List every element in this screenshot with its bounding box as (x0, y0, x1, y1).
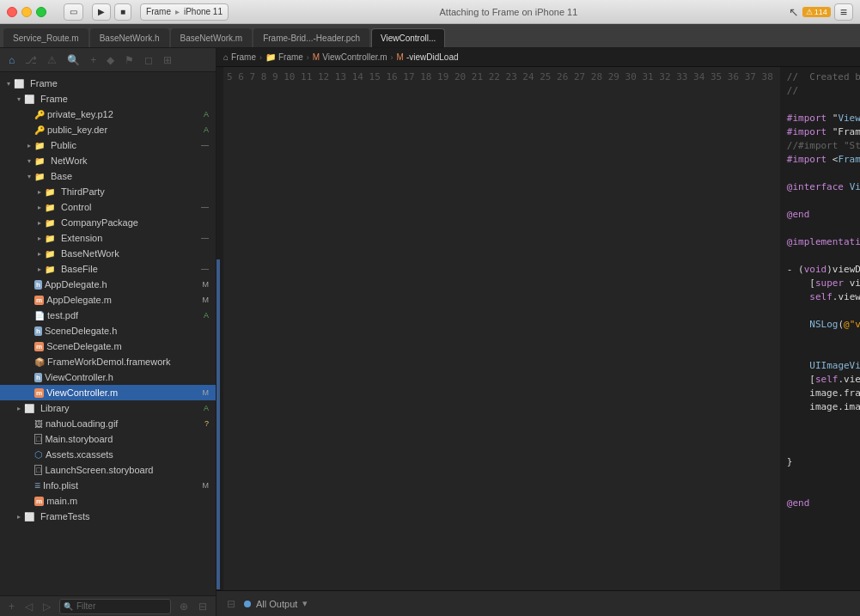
tab-label: Frame-Brid...-Header.pch (263, 34, 360, 43)
tree-item[interactable]: 📁ThirdParty (0, 184, 216, 199)
tree-item[interactable]: ⬜Frame (0, 91, 216, 107)
tree-arrow (34, 233, 45, 243)
output-bar: ⊟ All Output ▾ (217, 590, 860, 616)
grid-btn[interactable]: ⊞ (160, 52, 175, 68)
tree-item-label: AppDelegate.m (46, 295, 202, 305)
tree-icon: □ (34, 434, 42, 444)
tree-item[interactable]: 📁Base (0, 168, 216, 184)
scheme-label: Frame (146, 7, 171, 16)
tree-item[interactable]: mAppDelegate.mM (0, 292, 216, 308)
tree-item[interactable]: hViewController.h (0, 369, 216, 385)
breadcrumb-method[interactable]: M -viewDidLoad (397, 52, 459, 62)
maximize-button[interactable] (36, 7, 46, 17)
doc-btn[interactable]: ◻ (141, 52, 156, 68)
tree-item[interactable]: 📁NetWork (0, 153, 216, 168)
tree-item[interactable]: ≡Info.plistM (0, 478, 216, 493)
tree-item[interactable]: ⬜Frame (0, 76, 216, 91)
tab-service-route[interactable]: Service_Route.m (3, 28, 88, 47)
tree-item[interactable]: □Main.storyboard (0, 431, 216, 447)
traffic-lights (7, 7, 46, 17)
tree-item[interactable]: mSceneDelegate.m (0, 338, 216, 354)
folder-icon-btn[interactable]: ⌂ (5, 52, 18, 68)
tree-item[interactable]: 📄test.pdfA (0, 308, 216, 323)
tree-item[interactable]: □LaunchScreen.storyboard (0, 462, 216, 478)
breadcrumb-file[interactable]: M ViewController.m (313, 52, 387, 62)
tree-item-label: Main.storyboard (45, 434, 212, 444)
filter-options-button[interactable]: ⊕ (176, 599, 192, 614)
tree-item[interactable]: hSceneDelegate.h (0, 323, 216, 338)
search-btn[interactable]: 🔍 (64, 52, 83, 68)
line-numbers: 5 6 7 8 9 10 11 12 13 14 15 16 17 18 19 … (223, 67, 780, 590)
breadcrumb-folder2-icon: 📁 (265, 52, 276, 62)
tree-icon: 📁 (45, 249, 58, 259)
toolbar-right: ↖ ⚠ 114 ≡ (789, 3, 853, 21)
tree-item-badge: A (204, 404, 212, 412)
tree-arrow (34, 217, 45, 228)
tree-item-label: FrameTests (40, 511, 212, 521)
breadcrumb-frame[interactable]: ⌂ Frame (223, 52, 256, 62)
filter-label: Filter (76, 601, 95, 611)
tree-item-label: NetWork (51, 156, 212, 166)
scheme-separator: ▸ (175, 7, 180, 16)
code-editor[interactable]: 5 6 7 8 9 10 11 12 13 14 15 16 17 18 19 … (217, 67, 860, 590)
tab-basenetwork-h[interactable]: BaseNetWork.h (90, 28, 169, 47)
source-control-btn[interactable]: ⎇ (21, 52, 40, 68)
hide-output-button[interactable]: ⊟ (223, 596, 239, 612)
tab-frame-bridging[interactable]: Frame-Brid...-Header.pch (253, 28, 369, 47)
tree-item[interactable]: ⬜LibraryA (0, 400, 216, 416)
warning-list-btn[interactable]: ⚠ (44, 52, 60, 68)
tree-item[interactable]: 📦FrameWorkDemol.framework (0, 354, 216, 369)
tree-item[interactable]: 🖼nahuoLoading.gif? (0, 416, 216, 431)
tree-item[interactable]: mViewController.mM (0, 385, 216, 400)
stop-button[interactable]: ■ (114, 3, 131, 21)
tree-item[interactable]: mmain.m (0, 493, 216, 509)
tree-arrow (14, 94, 24, 104)
tree-item[interactable]: 🔑public_key.derA (0, 122, 216, 137)
navigator-btn[interactable]: + (87, 52, 100, 68)
sidebar-toggle-button[interactable]: ▭ (64, 3, 83, 21)
code-content[interactable]: // Created by fy/k2 on 2021/1/1. // #imp… (780, 67, 860, 590)
minimize-button[interactable] (21, 7, 32, 17)
tree-item-label: Assets.xcassets (46, 449, 212, 460)
tree-item-label: nahuoLoading.gif (46, 418, 204, 429)
tree-icon: ⬜ (24, 512, 37, 521)
tree-item-badge: M (203, 296, 213, 304)
report-btn[interactable]: ⚑ (121, 52, 137, 68)
scheme-selector[interactable]: Frame ▸ iPhone 11 (140, 3, 229, 21)
breadcrumb-frame-label: Frame (231, 52, 256, 62)
tree-item[interactable]: 📁Control— (0, 199, 216, 215)
run-button[interactable]: ▶ (92, 3, 111, 21)
close-button[interactable] (7, 7, 17, 17)
tree-item-label: Public (51, 140, 201, 150)
tree-item[interactable]: 📁Extension— (0, 230, 216, 246)
tree-icon: m (34, 497, 44, 506)
breakpoints-btn[interactable]: ◆ (103, 52, 118, 68)
tree-item[interactable]: hAppDelegate.hM (0, 277, 216, 292)
tree-item[interactable]: ⬜FrameTests (0, 509, 216, 524)
sort-button[interactable]: ⊟ (195, 599, 210, 614)
tree-item-label: ViewController.m (46, 387, 202, 398)
titlebar: ▭ ▶ ■ Frame ▸ iPhone 11 Attaching to Fra… (0, 0, 860, 24)
add-file-button[interactable]: + (5, 599, 18, 614)
breadcrumb-frame-2[interactable]: 📁 Frame (265, 52, 303, 62)
tree-icon: ⬜ (24, 95, 37, 104)
warning-badge[interactable]: ⚠ 114 (802, 7, 831, 17)
tree-item[interactable]: 🔑private_key.p12A (0, 107, 216, 122)
output-label: All Output (256, 599, 297, 609)
tree-icon: 📄 (34, 311, 45, 320)
tree-item-label: BaseNetWork (61, 248, 212, 259)
tree-item[interactable]: 📁CompanyPackage (0, 215, 216, 230)
warning-icon: ⚠ (806, 8, 813, 16)
more-button[interactable]: ≡ (834, 3, 853, 21)
tab-basenetwork-m[interactable]: BaseNetWork.m (171, 28, 253, 47)
tree-item-label: ViewController.h (45, 372, 212, 382)
tree-item[interactable]: 📁Public— (0, 137, 216, 153)
nav-forward-button[interactable]: ▷ (40, 599, 54, 614)
tree-item[interactable]: 📁BaseNetWork (0, 246, 216, 261)
tree-icon: 📁 (45, 218, 58, 228)
nav-back-button[interactable]: ◁ (21, 599, 36, 614)
tab-viewcontroller[interactable]: ViewControll... (371, 28, 445, 47)
tree-item[interactable]: ⬡Assets.xcassets (0, 447, 216, 462)
tree-arrow (24, 156, 34, 166)
tree-item[interactable]: 📁BaseFile— (0, 261, 216, 277)
